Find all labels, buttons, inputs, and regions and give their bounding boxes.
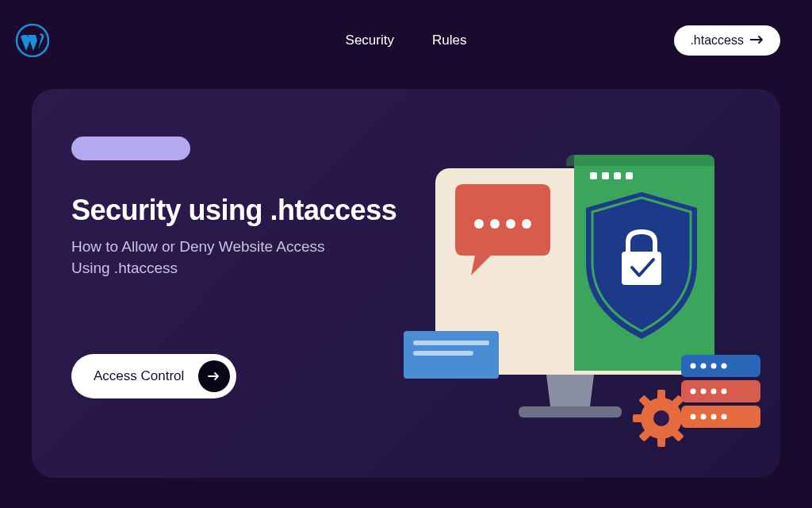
hero-subtitle: How to Allow or Deny Website Access Usin… xyxy=(71,237,325,279)
arrow-right-icon xyxy=(207,371,221,381)
nav: Security Rules xyxy=(346,33,467,48)
accent-pill xyxy=(71,137,190,160)
svg-point-27 xyxy=(701,364,707,369)
svg-rect-8 xyxy=(413,351,473,356)
wordpress-logo xyxy=(16,24,49,57)
arrow-circle xyxy=(198,360,230,392)
htaccess-button[interactable]: .htaccess xyxy=(674,25,780,56)
svg-point-36 xyxy=(691,414,696,420)
svg-point-2 xyxy=(474,219,484,229)
svg-point-39 xyxy=(722,414,727,420)
svg-rect-9 xyxy=(590,172,597,179)
svg-rect-18 xyxy=(657,436,665,447)
svg-rect-7 xyxy=(413,341,489,345)
svg-point-28 xyxy=(711,364,717,369)
svg-rect-11 xyxy=(614,172,621,179)
svg-rect-10 xyxy=(602,172,609,179)
svg-point-16 xyxy=(653,410,669,426)
svg-point-38 xyxy=(711,414,717,420)
svg-rect-12 xyxy=(626,172,633,179)
arrow-right-icon xyxy=(750,33,764,48)
svg-point-33 xyxy=(711,389,717,394)
svg-rect-13 xyxy=(622,252,661,285)
svg-point-31 xyxy=(691,389,696,394)
hero-card: Security using .htaccess How to Allow or… xyxy=(32,89,780,478)
hero-content: Security using .htaccess How to Allow or… xyxy=(71,137,420,398)
svg-point-29 xyxy=(722,364,727,369)
svg-point-34 xyxy=(722,389,727,394)
header: Security Rules .htaccess xyxy=(0,0,812,73)
nav-link-rules[interactable]: Rules xyxy=(432,33,466,48)
svg-point-5 xyxy=(522,219,531,229)
svg-point-26 xyxy=(691,364,696,369)
svg-point-3 xyxy=(490,219,500,229)
svg-point-37 xyxy=(701,414,707,420)
access-control-button[interactable]: Access Control xyxy=(71,354,236,398)
svg-point-4 xyxy=(506,219,515,229)
svg-rect-14 xyxy=(519,406,622,418)
svg-rect-17 xyxy=(657,390,665,401)
htaccess-button-label: .htaccess xyxy=(690,33,744,48)
svg-point-32 xyxy=(701,389,707,394)
hero-title: Security using .htaccess xyxy=(71,194,420,227)
security-illustration xyxy=(388,133,768,450)
svg-rect-19 xyxy=(633,414,644,422)
access-control-button-label: Access Control xyxy=(94,368,184,384)
nav-link-security[interactable]: Security xyxy=(346,33,394,48)
